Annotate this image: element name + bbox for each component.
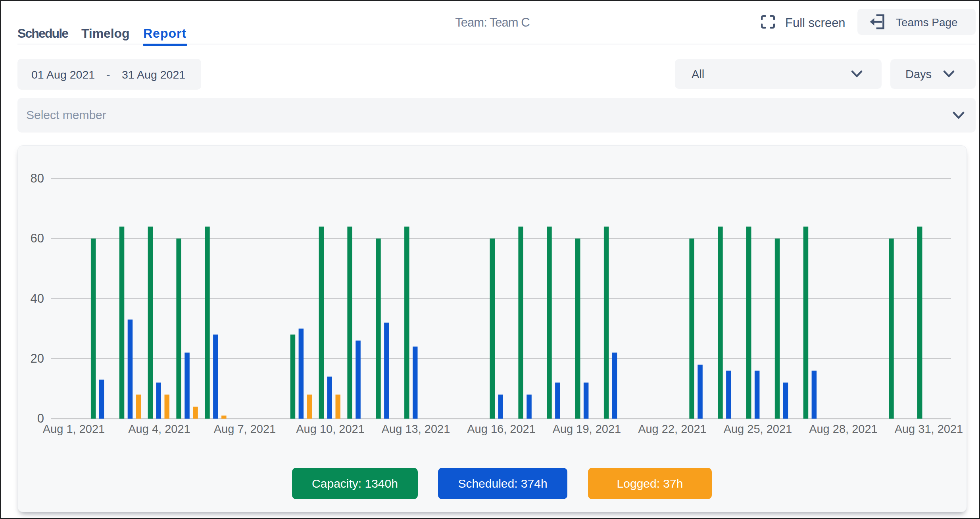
svg-text:Aug 28, 2021: Aug 28, 2021 bbox=[809, 423, 878, 435]
svg-text:Aug 4, 2021: Aug 4, 2021 bbox=[128, 423, 190, 435]
svg-text:Aug 19, 2021: Aug 19, 2021 bbox=[553, 423, 621, 435]
svg-text:60: 60 bbox=[31, 231, 44, 245]
svg-text:Aug 1, 2021: Aug 1, 2021 bbox=[43, 423, 105, 435]
svg-text:Aug 22, 2021: Aug 22, 2021 bbox=[638, 423, 707, 435]
svg-text:Aug 31, 2021: Aug 31, 2021 bbox=[895, 423, 963, 435]
svg-text:80: 80 bbox=[31, 171, 44, 185]
svg-text:40: 40 bbox=[31, 292, 44, 306]
svg-text:20: 20 bbox=[31, 352, 44, 365]
svg-text:Aug 25, 2021: Aug 25, 2021 bbox=[724, 423, 792, 435]
svg-text:Aug 7, 2021: Aug 7, 2021 bbox=[214, 423, 276, 435]
svg-text:Aug 13, 2021: Aug 13, 2021 bbox=[382, 423, 450, 435]
svg-text:Aug 10, 2021: Aug 10, 2021 bbox=[296, 423, 365, 435]
svg-text:Aug 16, 2021: Aug 16, 2021 bbox=[467, 423, 536, 435]
